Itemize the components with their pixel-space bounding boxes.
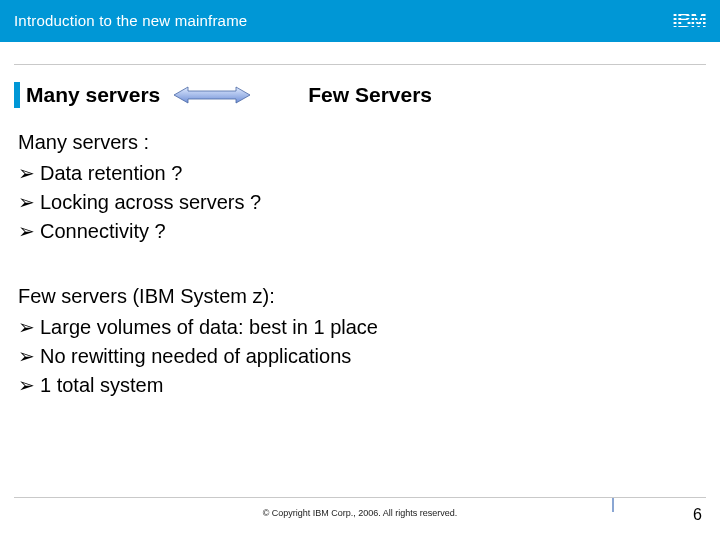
separator-top	[14, 64, 706, 65]
list-item: ➢ 1 total system	[18, 371, 702, 400]
list-item: ➢ Connectivity ?	[18, 217, 702, 246]
slide-body: Many servers : ➢ Data retention ? ➢ Lock…	[18, 128, 702, 400]
bullet-icon: ➢	[18, 188, 40, 217]
list-item: ➢ Large volumes of data: best in 1 place	[18, 313, 702, 342]
group-many-servers: Many servers : ➢ Data retention ? ➢ Lock…	[18, 128, 702, 246]
list-item-text: No rewitting needed of applications	[40, 342, 351, 371]
group-title: Few servers (IBM System z):	[18, 282, 702, 311]
ibm-logo-text: IBM	[672, 10, 706, 30]
bullet-icon: ➢	[18, 313, 40, 342]
bullet-icon: ➢	[18, 217, 40, 246]
presentation-title: Introduction to the new mainframe	[14, 12, 247, 29]
group-few-servers: Few servers (IBM System z): ➢ Large volu…	[18, 282, 702, 400]
slide-heading-row: Many servers Few Servers	[14, 82, 706, 108]
double-arrow-icon	[174, 86, 250, 104]
bullet-icon: ➢	[18, 371, 40, 400]
slide: Introduction to the new mainframe IBM Ma…	[0, 0, 720, 540]
separator-footer	[14, 497, 706, 498]
group-title: Many servers :	[18, 128, 702, 157]
list-item-text: 1 total system	[40, 371, 163, 400]
ibm-logo: IBM	[672, 10, 706, 30]
list-item-text: Connectivity ?	[40, 217, 166, 246]
bullet-icon: ➢	[18, 342, 40, 371]
bullet-icon: ➢	[18, 159, 40, 188]
page-number: 6	[693, 506, 702, 524]
heading-accent-bar	[14, 82, 20, 108]
title-bar: Introduction to the new mainframe IBM	[0, 0, 720, 40]
copyright-text: © Copyright IBM Corp., 2006. All rights …	[0, 508, 720, 518]
list-item-text: Data retention ?	[40, 159, 182, 188]
list-item-text: Locking across servers ?	[40, 188, 261, 217]
list-item: ➢ Data retention ?	[18, 159, 702, 188]
heading-left: Many servers	[26, 83, 160, 107]
titlebar-underline	[0, 40, 720, 42]
list-item: ➢ Locking across servers ?	[18, 188, 702, 217]
heading-right: Few Servers	[308, 83, 432, 107]
list-item-text: Large volumes of data: best in 1 place	[40, 313, 378, 342]
list-item: ➢ No rewitting needed of applications	[18, 342, 702, 371]
